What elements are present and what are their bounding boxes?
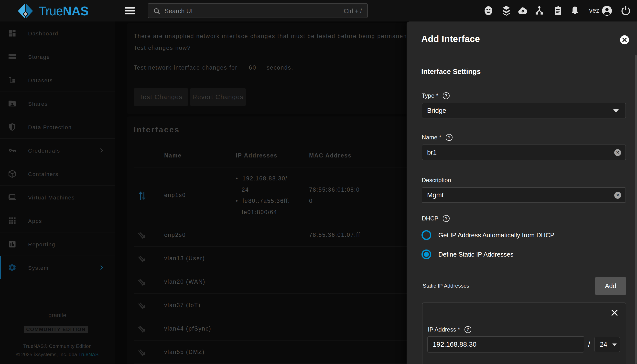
remove-entry-icon[interactable] <box>610 308 619 317</box>
panel-header: Add Interface <box>407 22 637 57</box>
chevron-right-icon <box>98 147 105 154</box>
sidebar-item-storage[interactable]: Storage <box>0 45 115 68</box>
disconnected-icon <box>137 300 147 310</box>
shield-icon <box>8 122 17 131</box>
panel-title: Add Interface <box>421 34 480 44</box>
help-icon[interactable]: ? <box>443 215 450 222</box>
disconnected-icon <box>137 230 147 240</box>
alert-text-line2: Test changes now? <box>134 45 191 51</box>
key-icon <box>8 146 17 155</box>
prefix-length-select[interactable]: 24 <box>594 337 620 352</box>
footer-product: TrueNAS® Community Edition <box>0 344 115 349</box>
power-icon[interactable] <box>620 5 631 16</box>
avatar-icon[interactable] <box>601 5 612 16</box>
menu-toggle-icon[interactable] <box>125 7 135 14</box>
network-tree-icon[interactable] <box>534 5 545 16</box>
radio-unchecked-icon[interactable] <box>422 230 431 240</box>
edition-badge: COMMUNITY EDITION <box>24 326 88 333</box>
help-icon[interactable]: ? <box>446 134 453 141</box>
truenas-logo-icon[interactable] <box>16 2 35 20</box>
dhcp-auto-option[interactable]: Get IP Address Automatically from DHCP <box>422 230 554 240</box>
static-ip-entry-card: IP Address * ? 192.168.88.30 / 24 <box>422 302 626 364</box>
panel-scrollbar[interactable] <box>635 55 637 364</box>
bar-chart-icon <box>8 240 17 248</box>
static-ips-label: Static IP Addresses <box>423 283 469 289</box>
sidebar-item-containers[interactable]: Containers <box>0 162 115 186</box>
close-icon[interactable] <box>620 35 629 45</box>
dhcp-label: DHCP ? <box>422 215 450 222</box>
disconnected-icon <box>137 254 147 263</box>
disconnected-icon <box>137 347 147 357</box>
name-input[interactable]: br1 ✕ <box>422 144 626 160</box>
footer-copyright: © 2025 iXsystems, Inc. dba TrueNAS <box>0 352 115 358</box>
truenas-wordmark[interactable]: TrueNAS <box>39 4 89 18</box>
sidebar-item-system[interactable]: System <box>0 256 115 279</box>
ip-address: 192.168.88.30/24 <box>236 173 290 195</box>
description-label: Description <box>422 177 451 184</box>
cloud-box-icon[interactable] <box>517 5 528 16</box>
app-header: TrueNAS Search UI Ctrl + / <box>0 0 637 22</box>
sidebar-item-reporting[interactable]: Reporting <box>0 232 115 256</box>
sidebar-item-data-protection[interactable]: Data Protection <box>0 115 115 139</box>
panel-body: Interface Settings Type * ? Bridge Name … <box>407 58 637 364</box>
sidebar-item-dashboard[interactable]: Dashboard <box>0 22 115 45</box>
laptop-icon <box>8 193 17 202</box>
apps-grid-icon <box>8 216 17 225</box>
username[interactable]: vez <box>587 7 601 14</box>
add-static-ip-button[interactable]: Add <box>595 277 626 295</box>
truenas-link[interactable]: TrueNAS <box>78 352 99 357</box>
dropdown-caret-icon <box>612 344 617 346</box>
test-duration-line: Test network interface changes for60seco… <box>134 64 293 71</box>
storage-icon <box>8 52 17 61</box>
test-seconds-value[interactable]: 60 <box>249 64 256 71</box>
help-icon[interactable]: ? <box>443 92 450 99</box>
datasets-icon <box>8 76 17 84</box>
sidebar-item-shares[interactable]: Shares <box>0 92 115 115</box>
dhcp-static-option[interactable]: Define Static IP Addresses <box>422 250 513 259</box>
dropdown-caret-icon <box>613 109 619 112</box>
updown-arrows-icon <box>137 190 147 201</box>
description-input[interactable]: Mgmt ✕ <box>422 187 626 203</box>
search-input[interactable]: Search UI Ctrl + / <box>148 3 368 18</box>
dashboard-icon <box>8 29 17 38</box>
help-icon[interactable]: ? <box>465 326 471 333</box>
revert-changes-button[interactable]: Revert Changes <box>190 88 246 106</box>
ip-address-input[interactable]: 192.168.88.30 <box>427 336 584 352</box>
sidebar-item-credentials[interactable]: Credentials <box>0 139 115 162</box>
shares-icon <box>8 99 17 108</box>
hostname: granite <box>0 312 115 318</box>
interfaces-title: Interfaces <box>134 125 180 134</box>
jobs-clipboard-icon[interactable] <box>552 5 563 16</box>
type-label: Type * ? <box>422 92 450 99</box>
cidr-separator: / <box>588 340 590 348</box>
radio-checked-icon[interactable] <box>422 250 431 259</box>
alerts-bell-icon[interactable] <box>569 5 580 16</box>
cube-icon <box>8 170 17 178</box>
sidebar-nav: Dashboard Storage Datasets Shares Data P… <box>0 22 115 364</box>
clear-input-icon[interactable]: ✕ <box>614 192 621 199</box>
sidebar-item-apps[interactable]: Apps <box>0 209 115 232</box>
section-title: Interface Settings <box>421 68 481 76</box>
disconnected-icon <box>137 324 147 334</box>
ip-address: fe80::7a55:36ff:fe01:800/64 <box>236 195 290 218</box>
type-select[interactable]: Bridge <box>422 103 626 118</box>
search-placeholder: Search UI <box>164 7 193 15</box>
chevron-right-icon <box>98 264 105 271</box>
search-icon <box>153 7 161 16</box>
sidebar-item-datasets[interactable]: Datasets <box>0 68 115 92</box>
truecommand-icon[interactable] <box>501 5 512 16</box>
gear-icon <box>8 263 17 272</box>
sidebar-item-virtual-machines[interactable]: Virtual Machines <box>0 186 115 209</box>
clear-input-icon[interactable]: ✕ <box>614 149 621 156</box>
search-shortcut-hint: Ctrl + / <box>344 8 362 15</box>
status-smiley-icon[interactable] <box>483 5 494 16</box>
ip-address-label: IP Address * ? <box>428 326 471 333</box>
disconnected-icon <box>137 277 147 286</box>
name-label: Name * ? <box>422 134 453 141</box>
test-changes-button[interactable]: Test Changes <box>134 88 188 106</box>
add-interface-panel: Add Interface Interface Settings Type * … <box>407 22 637 364</box>
